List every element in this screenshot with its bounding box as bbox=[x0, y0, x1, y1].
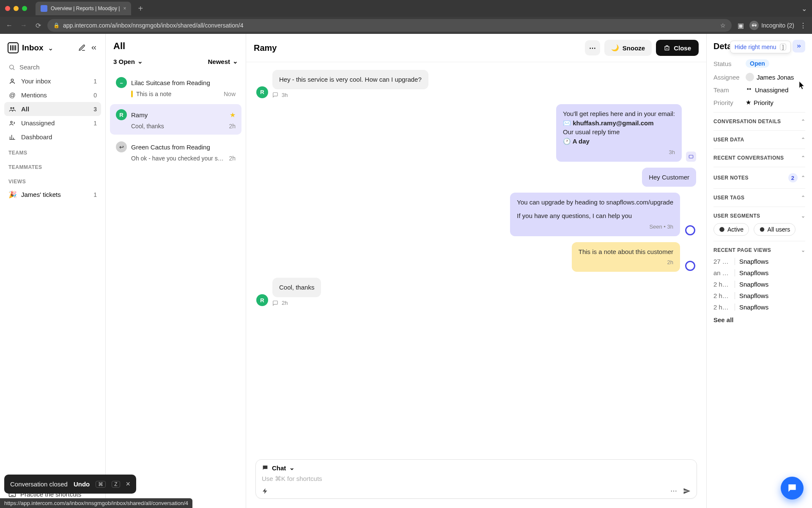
tabs-dropdown-icon[interactable]: ⌄ bbox=[801, 5, 807, 13]
page-view-row[interactable]: an …Snapflows bbox=[713, 267, 805, 279]
browser-reload-button[interactable]: ⟳ bbox=[33, 22, 43, 30]
filter-sort-dropdown[interactable]: Newest ⌄ bbox=[208, 58, 238, 65]
priority-value[interactable]: ★Priority bbox=[746, 99, 774, 106]
page-view-page: Snapflows bbox=[739, 292, 768, 299]
extensions-icon[interactable]: ▣ bbox=[736, 22, 745, 30]
pie-icon bbox=[759, 226, 765, 232]
sidebar-item-your-inbox[interactable]: Your inbox 1 bbox=[4, 74, 101, 88]
filter-status-label: 3 Open bbox=[113, 58, 135, 65]
url-bar[interactable]: 🔒 app.intercom.com/a/inbox/nnsgmgob/inbo… bbox=[47, 19, 732, 32]
filter-status-dropdown[interactable]: 3 Open ⌄ bbox=[113, 58, 143, 65]
team-value[interactable]: Unassigned bbox=[746, 86, 788, 94]
customer-avatar: R bbox=[256, 294, 268, 306]
new-tab-button[interactable]: + bbox=[134, 4, 146, 14]
tab-close-icon[interactable]: × bbox=[123, 6, 126, 11]
star-icon[interactable]: ★ bbox=[230, 111, 236, 119]
browser-tab-strip: Overview | Reports | Moodjoy | × + ⌄ bbox=[0, 0, 812, 17]
help-launcher-button[interactable] bbox=[781, 477, 804, 500]
window-maximize[interactable] bbox=[22, 6, 27, 11]
message-bubble: Hey - this service is very cool. How can… bbox=[272, 70, 428, 89]
page-view-page: Snapflows bbox=[739, 281, 768, 288]
message-text: Hey Customer bbox=[649, 174, 689, 181]
toast-message: Conversation closed bbox=[10, 480, 68, 488]
browser-tab[interactable]: Overview | Reports | Moodjoy | × bbox=[36, 2, 131, 15]
search-icon bbox=[8, 64, 15, 71]
message-line: You can upgrade by heading to snapflows.… bbox=[517, 198, 673, 207]
section-user-segments[interactable]: USER SEGMENTS⌄ bbox=[713, 207, 805, 221]
snooze-button[interactable]: 🌙 Snooze bbox=[604, 40, 652, 56]
svg-point-9 bbox=[760, 227, 764, 232]
more-menu-button[interactable]: ⋯ bbox=[585, 40, 600, 55]
sidebar-item-all[interactable]: All 3 bbox=[4, 102, 101, 116]
composer-mode-dropdown[interactable]: Chat ⌄ bbox=[262, 464, 691, 472]
agent-avatar bbox=[684, 224, 696, 236]
sidebar-item-mentions[interactable]: @ Mentions 0 bbox=[4, 88, 101, 102]
send-button[interactable] bbox=[683, 487, 691, 495]
lightning-icon[interactable] bbox=[262, 488, 269, 494]
tab-title: Overview | Reports | Moodjoy | bbox=[51, 6, 120, 11]
section-label: USER TAGS bbox=[713, 195, 745, 201]
window-close[interactable] bbox=[5, 6, 10, 11]
compose-icon[interactable] bbox=[78, 44, 86, 52]
archive-icon bbox=[664, 44, 670, 51]
conversation-item[interactable]: R Ramy ★ Cool, thanks 2h bbox=[110, 104, 241, 135]
page-view-time: 27 … bbox=[713, 258, 730, 265]
status-badge[interactable]: Open bbox=[746, 59, 769, 68]
section-page-views[interactable]: RECENT PAGE VIEWS⌄ bbox=[713, 241, 805, 256]
message-composer[interactable]: Chat ⌄ Use ⌘K for shortcuts ⋯ bbox=[255, 459, 697, 499]
chevron-up-icon: ⌃ bbox=[801, 137, 806, 143]
nav-label: Your inbox bbox=[21, 77, 51, 85]
more-options-icon[interactable]: ⋯ bbox=[670, 487, 677, 495]
sidebar-item-dashboard[interactable]: Dashboard bbox=[4, 130, 101, 144]
page-view-row[interactable]: 2 h…Snapflows bbox=[713, 279, 805, 290]
window-minimize[interactable] bbox=[14, 6, 19, 11]
nav-label: All bbox=[21, 105, 29, 113]
browser-menu-icon[interactable]: ⋮ bbox=[798, 22, 808, 30]
page-view-row[interactable]: 2 h…Snapflows bbox=[713, 301, 805, 313]
toast-undo-button[interactable]: Undo bbox=[74, 480, 90, 488]
conversation-name: Lilac Suitcase from Reading bbox=[131, 79, 236, 86]
collapse-sidebar-icon[interactable] bbox=[90, 44, 98, 52]
message-text: Cool, thanks bbox=[279, 284, 314, 291]
conversation-item[interactable]: – Lilac Suitcase from Reading This is a … bbox=[110, 72, 241, 102]
conversation-item[interactable]: ↩ Green Cactus from Reading Oh ok - have… bbox=[110, 136, 241, 167]
nav-label: Unassigned bbox=[21, 119, 55, 127]
section-user-tags[interactable]: USER TAGS⌃ bbox=[713, 188, 805, 203]
browser-back-button[interactable]: ← bbox=[4, 22, 14, 29]
section-teams: TEAMS bbox=[4, 144, 101, 158]
segment-chip-all-users[interactable]: All users bbox=[754, 223, 796, 236]
browser-forward-button[interactable]: → bbox=[19, 22, 29, 29]
page-view-row[interactable]: 27 …Snapflows bbox=[713, 256, 805, 267]
assignee-value[interactable]: James Jonas bbox=[746, 73, 794, 81]
note-indicator bbox=[131, 91, 133, 97]
svg-point-8 bbox=[749, 88, 751, 90]
svg-point-1 bbox=[11, 79, 13, 81]
composer-input[interactable]: Use ⌘K for shortcuts bbox=[262, 472, 691, 487]
section-user-data[interactable]: USER DATA⌃ bbox=[713, 130, 805, 145]
inbox-dropdown-icon[interactable]: ⌄ bbox=[48, 44, 53, 52]
sidebar-item-unassigned[interactable]: Unassigned 1 bbox=[4, 116, 101, 130]
conversation-name: Ramy bbox=[131, 111, 225, 119]
section-recent-conversations[interactable]: RECENT CONVERSATIONS⌃ bbox=[713, 149, 805, 163]
conversation-title: Ramy bbox=[254, 43, 581, 53]
search-input[interactable]: Search bbox=[4, 60, 101, 74]
bookmark-star-icon[interactable]: ☆ bbox=[720, 22, 726, 29]
toast-close-button[interactable]: × bbox=[126, 480, 131, 489]
conversation-preview: This is a note bbox=[136, 91, 220, 97]
message-time: 3h bbox=[282, 92, 288, 98]
section-conversation-details[interactable]: CONVERSATION DETAILS⌃ bbox=[713, 112, 805, 127]
incognito-badge[interactable]: 🕶 Incognito (2) bbox=[749, 21, 794, 30]
conversation-preview: Oh ok - have you checked your spam? bbox=[131, 155, 225, 162]
view-item-james-tickets[interactable]: 🎉 James' tickets 1 bbox=[4, 187, 101, 202]
see-all-link[interactable]: See all bbox=[713, 313, 805, 323]
app-logo[interactable] bbox=[8, 42, 19, 53]
section-teammates: TEAMMATES bbox=[4, 158, 101, 173]
star-icon: ★ bbox=[746, 99, 751, 106]
tab-favicon bbox=[41, 5, 47, 12]
segment-chip-active[interactable]: Active bbox=[713, 223, 749, 236]
section-user-notes[interactable]: USER NOTES2⌃ bbox=[713, 167, 805, 185]
hide-details-button[interactable]: Hide right menu ] bbox=[793, 40, 805, 52]
message-bubble: Hey Customer bbox=[642, 168, 696, 187]
close-conversation-button[interactable]: Close bbox=[656, 40, 699, 56]
page-view-row[interactable]: 2 h…Snapflows bbox=[713, 290, 805, 301]
